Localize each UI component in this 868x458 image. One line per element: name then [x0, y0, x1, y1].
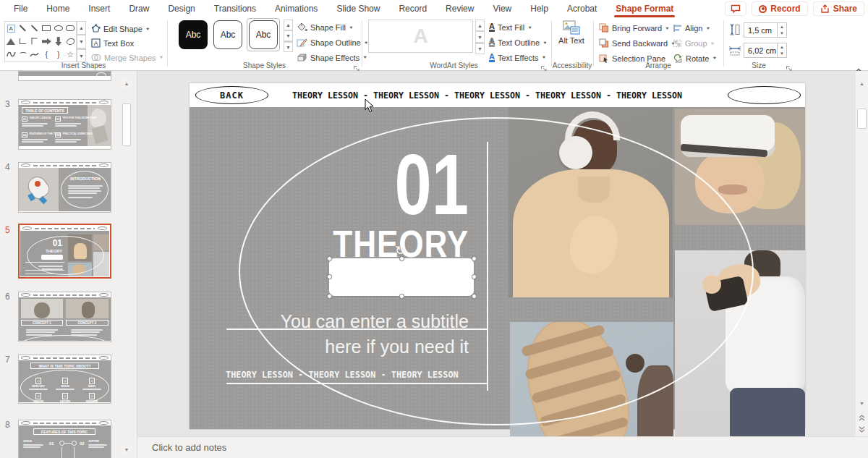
decorative-ellipse-outline[interactable] [239, 117, 754, 425]
text-outline-button[interactable]: A Text Outline▼ [489, 35, 548, 49]
shape-blob-icon[interactable] [64, 35, 76, 48]
shape-fill-button[interactable]: Shape Fill▼ [297, 20, 369, 34]
styles-scroll-down[interactable]: ▼ [284, 30, 293, 41]
canvas-scrollbar[interactable]: ▲ ▼ [856, 71, 868, 436]
thumbnail-slide-8[interactable]: FEATURES OF THIS TOPIC VENUS 01 02 JUPIT… [18, 420, 111, 458]
group-button[interactable]: Group▼ [673, 36, 717, 50]
selection-handle-e[interactable] [472, 274, 477, 279]
slide-body[interactable]: 01 THEORY You can enter a subtitle here … [190, 107, 805, 429]
width-spinner[interactable]: ▲▼ [778, 43, 787, 58]
thumbnail-slide-6[interactable]: CONCEPT 1 CONCEPT 2 [18, 292, 111, 342]
share-button[interactable]: Share [813, 1, 864, 16]
wordart-scroll-up[interactable]: ▲ [475, 20, 485, 31]
gallery-more-button[interactable]: ▼ [77, 48, 86, 62]
selection-handle-nw[interactable] [327, 256, 332, 261]
thumbnail-slide-2-partial[interactable] [18, 71, 111, 81]
selection-handle-s[interactable] [399, 294, 404, 299]
slide-header-ellipse[interactable] [728, 86, 801, 104]
notes-placeholder[interactable]: Click to add notes [152, 442, 226, 453]
slide-header-marquee[interactable]: THEORY LESSON - THEORY LESSON - THEORY L… [292, 83, 682, 107]
shape-triangle-icon[interactable] [5, 35, 17, 48]
selection-handle-w[interactable] [327, 274, 332, 279]
previous-slide-button[interactable] [856, 412, 867, 423]
shape-style-preset-3-selected[interactable]: Abc [247, 18, 280, 51]
shape-width-field[interactable]: 6,02 cm ▲▼ [744, 43, 787, 58]
shape-style-preset-2[interactable]: Abc [213, 20, 242, 49]
shape-curve-icon[interactable] [29, 48, 41, 61]
shape-height-field[interactable]: 1,5 cm ▲▼ [744, 22, 787, 38]
slide-canvas[interactable]: BACK THEORY LESSON - THEORY LESSON - THE… [137, 71, 868, 436]
shape-height-value[interactable]: 1,5 cm [744, 22, 778, 38]
wordart-preview[interactable]: A [368, 20, 473, 53]
text-box-button[interactable]: A Text Box [91, 36, 163, 50]
tab-design[interactable]: Design [158, 0, 204, 17]
thumbnail-scrollbar[interactable]: ▲ ▼ [122, 71, 132, 458]
selection-handle-ne[interactable] [472, 256, 477, 261]
shape-textbox-icon[interactable]: A [5, 22, 17, 35]
spin-down-icon[interactable]: ▼ [778, 30, 786, 38]
tab-acrobat[interactable]: Acrobat [558, 0, 606, 17]
next-slide-button[interactable] [856, 424, 867, 435]
thumbnail-slide-3[interactable]: TABLE OF CONTENTS 01THEORY LESSON 03TIPS… [18, 99, 111, 150]
scroll-thumb[interactable] [857, 109, 867, 129]
shape-block-arrow-right-icon[interactable] [41, 35, 52, 48]
send-backward-button[interactable]: Send Backward▼ [599, 36, 676, 50]
shape-styles-dialog-launcher[interactable] [353, 62, 359, 68]
alt-text-button[interactable]: Alt Text [556, 20, 587, 45]
tab-record[interactable]: Record [389, 0, 436, 17]
slide-back-button[interactable]: BACK [195, 86, 268, 104]
thumb-scroll-down-icon[interactable]: ▼ [122, 444, 132, 455]
shape-rectangle-icon[interactable] [41, 22, 52, 35]
gallery-scroll-down[interactable]: ▼ [77, 35, 86, 48]
shape-arc-icon[interactable] [17, 48, 28, 61]
tab-shape-format[interactable]: Shape Format [606, 0, 683, 17]
record-button[interactable]: Record [752, 1, 807, 16]
tab-insert[interactable]: Insert [79, 0, 119, 17]
selected-shape-textbox[interactable] [329, 258, 474, 296]
wordart-dialog-launcher[interactable] [540, 62, 547, 68]
shape-block-arrow-down-icon[interactable] [53, 35, 64, 48]
thumbnail-slide-5-selected[interactable]: 01 THEORY [18, 224, 111, 279]
thumbnail-slide-4[interactable]: INTRODUCTION [18, 162, 111, 213]
tab-draw[interactable]: Draw [119, 0, 158, 17]
thumbnail-slide-7[interactable]: WHAT IS THIS TOPIC ABOUT? ◇MERCURY ◇VENU… [18, 355, 111, 404]
shape-elbow-arrow-icon[interactable] [29, 35, 41, 48]
size-dialog-launcher[interactable] [786, 62, 792, 68]
tab-view[interactable]: View [483, 0, 521, 17]
shapes-gallery[interactable]: A [4, 21, 77, 62]
slide-header-band[interactable]: BACK THEORY LESSON - THEORY LESSON - THE… [190, 83, 805, 107]
spin-up-icon[interactable]: ▲ [778, 23, 786, 30]
shape-scribble-icon[interactable] [5, 48, 17, 61]
styles-more-button[interactable]: ▼ [284, 41, 293, 52]
shape-line-icon[interactable] [17, 22, 28, 35]
tab-animations[interactable]: Animations [265, 0, 327, 17]
tab-slide-show[interactable]: Slide Show [327, 0, 389, 17]
comments-button[interactable] [725, 1, 746, 16]
gallery-scroll-up[interactable]: ▲ [77, 21, 86, 35]
shape-width-value[interactable]: 6,02 cm [744, 43, 778, 58]
text-fill-button[interactable]: A Text Fill▼ [489, 20, 548, 34]
tab-file[interactable]: File [4, 0, 37, 17]
height-spinner[interactable]: ▲▼ [778, 22, 787, 38]
selection-handle-sw[interactable] [327, 294, 332, 299]
selection-handle-se[interactable] [472, 294, 477, 299]
shape-outline-button[interactable]: Shape Outline▼ [297, 35, 369, 49]
tab-review[interactable]: Review [436, 0, 483, 17]
tab-home[interactable]: Home [37, 0, 79, 17]
shape-rounded-rect-icon[interactable] [64, 22, 76, 35]
scroll-up-icon[interactable]: ▲ [856, 78, 867, 89]
bring-forward-button[interactable]: Bring Forward▼ [599, 21, 676, 35]
scroll-down-icon[interactable]: ▼ [856, 398, 867, 409]
styles-scroll-up[interactable]: ▲ [284, 20, 293, 30]
tab-transitions[interactable]: Transitions [205, 0, 265, 17]
selection-handle-n[interactable] [399, 256, 404, 261]
shape-style-preset-1[interactable]: Abc [179, 20, 208, 49]
slide-editor[interactable]: BACK THEORY LESSON - THEORY LESSON - THE… [190, 83, 805, 429]
align-button[interactable]: Align▼ [673, 21, 717, 35]
spin-down-icon[interactable]: ▼ [778, 51, 786, 58]
notes-pane[interactable]: Click to add notes [137, 436, 868, 458]
tab-help[interactable]: Help [521, 0, 558, 17]
shape-right-brace-icon[interactable]: } [53, 48, 64, 61]
edit-shape-button[interactable]: Edit Shape▼ [91, 22, 163, 35]
thumb-scroll-thumb[interactable] [122, 103, 131, 146]
